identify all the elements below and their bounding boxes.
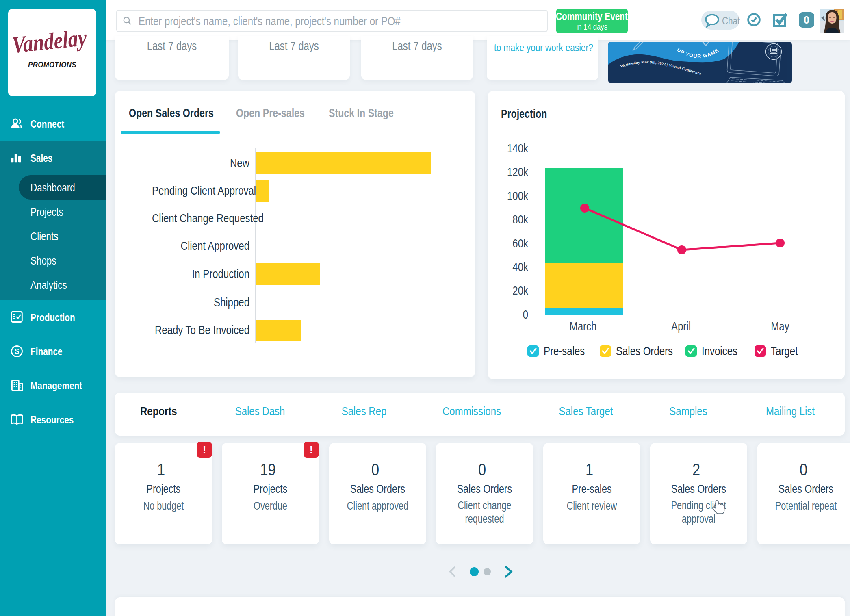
svg-text:$: $ bbox=[15, 347, 19, 356]
